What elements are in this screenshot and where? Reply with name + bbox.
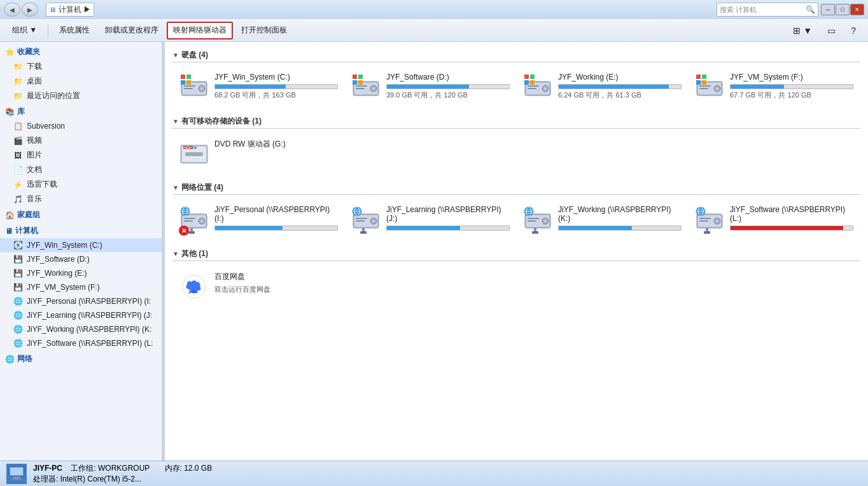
- svg-rect-28: [524, 80, 529, 85]
- search-icon: 🔍: [806, 5, 815, 14]
- svg-rect-63: [356, 220, 365, 222]
- breadcrumb-text: 计算机 ▶: [59, 4, 91, 15]
- removable-item[interactable]: DVD RW DVD RW 驱动器 (G:): [172, 134, 344, 175]
- star-icon: ⭐: [5, 48, 15, 57]
- net-drive-info: JiYF_Personal (\\RASPBERRYPI) (I:): [214, 205, 338, 232]
- net-drive-name: JiYF_Personal (\\RASPBERRYPI) (I:): [214, 205, 338, 223]
- close-button[interactable]: ✕: [850, 4, 864, 15]
- sidebar-item-c-drive[interactable]: 💽 JYF_Win_System (C:): [0, 238, 162, 252]
- open-control-button[interactable]: 打开控制面板: [234, 22, 294, 39]
- drive-bar-fill: [559, 85, 669, 89]
- sidebar-item-xunlei[interactable]: ⚡ 迅雷下载: [0, 177, 162, 192]
- network-drives-toggle[interactable]: ▼: [172, 184, 179, 191]
- map-drive-button[interactable]: 映射网络驱动器: [167, 22, 233, 39]
- sidebar-item-desktop[interactable]: 📁 桌面: [0, 74, 162, 89]
- baidu-icon: [179, 271, 209, 302]
- other-toggle[interactable]: ▼: [172, 250, 179, 257]
- sidebar-item-subversion[interactable]: 📋 Subversion: [0, 119, 162, 133]
- sidebar-k-label: JiYF_Working (\\RASPBERRYPI) (K:: [27, 325, 151, 334]
- organize-button[interactable]: 组织 ▼: [5, 22, 44, 39]
- svg-point-98: [190, 290, 198, 294]
- drive-space: 39.0 GB 可用，共 120 GB: [386, 90, 510, 100]
- net-hdd-icon: ✕: [179, 205, 209, 236]
- drive-d-icon: 💾: [13, 254, 23, 264]
- hdd-icon: [694, 73, 725, 103]
- sidebar-computer-header[interactable]: 🖥 计算机: [0, 224, 162, 238]
- sidebar-item-pictures[interactable]: 🖼 图片: [0, 148, 162, 162]
- toolbar-separator-1: [48, 24, 48, 37]
- removable-header: ▼ 有可移动存储的设备 (1): [172, 116, 860, 129]
- svg-rect-37: [702, 75, 706, 79]
- other-item[interactable]: 百度网盘 双击运行百度网盘: [172, 266, 344, 307]
- folder-desktop-icon: 📁: [13, 76, 23, 87]
- other-info: 百度网盘 双击运行百度网盘: [214, 271, 338, 294]
- sidebar-item-j-drive[interactable]: 🌐 JiYF_Learning (\\RASPBERRYPI) (J:: [0, 308, 162, 322]
- drive-item[interactable]: JYF_Software (D:) 39.0 GB 可用，共 120 GB: [344, 68, 516, 108]
- sidebar-favorites-header[interactable]: ⭐ 收藏夹: [0, 45, 162, 59]
- sidebar-c-label: JYF_Win_System (C:): [27, 241, 102, 250]
- drive-space: 67.7 GB 可用，共 120 GB: [730, 90, 853, 100]
- sidebar-item-d-drive[interactable]: 💾 JYF_Software (D:): [0, 252, 162, 266]
- view-toggle-button[interactable]: ⊞ ▼: [786, 22, 819, 39]
- drive-item[interactable]: JYF_Win_System (C:) 68.2 GB 可用，共 163 GB: [172, 68, 344, 108]
- lib-docs-icon: 📄: [13, 165, 23, 175]
- other-desc: 双击运行百度网盘: [214, 285, 338, 294]
- svg-rect-38: [696, 80, 701, 85]
- help-button[interactable]: ?: [844, 22, 863, 39]
- svg-rect-8: [181, 80, 185, 85]
- sidebar-homegroup-label: 家庭组: [17, 210, 40, 220]
- sidebar-homegroup-header[interactable]: 🏠 家庭组: [0, 208, 162, 222]
- sidebar-item-video[interactable]: 🎬 视频: [0, 133, 162, 148]
- preview-pane-button[interactable]: ▭: [820, 22, 843, 39]
- sidebar-item-music[interactable]: 🎵 音乐: [0, 192, 162, 206]
- net-hdd-icon: [522, 205, 553, 236]
- system-props-button[interactable]: 系统属性: [52, 22, 97, 39]
- sidebar-item-k-drive[interactable]: 🌐 JiYF_Working (\\RASPBERRYPI) (K:: [0, 322, 162, 336]
- svg-rect-102: [13, 476, 20, 478]
- search-bar[interactable]: 搜索 计算机 🔍: [717, 3, 818, 17]
- minimize-button[interactable]: ─: [821, 4, 835, 15]
- svg-rect-35: [699, 88, 708, 89]
- sidebar-item-docs[interactable]: 📄 文档: [0, 162, 162, 177]
- sidebar-item-download[interactable]: 📁 下载: [0, 59, 162, 74]
- uninstall-button[interactable]: 卸载或更改程序: [98, 22, 165, 39]
- hard-disks-header: ▼ 硬盘 (4): [172, 50, 860, 62]
- svg-rect-6: [181, 75, 185, 79]
- net-drive-item[interactable]: JiYF_Working (\\RASPBERRYPI) (K:): [516, 200, 688, 241]
- svg-rect-18: [353, 80, 357, 85]
- homegroup-icon: 🏠: [5, 211, 15, 220]
- svg-rect-16: [353, 75, 357, 79]
- removable-toggle[interactable]: ▼: [172, 118, 179, 125]
- sidebar-f-label: JYF_VM_System (F:): [27, 283, 100, 292]
- maximize-button[interactable]: □: [836, 4, 850, 15]
- drive-item[interactable]: JYF_Working (E:) 6.24 GB 可用，共 61.3 GB: [516, 68, 688, 108]
- svg-rect-78: [532, 231, 538, 234]
- sidebar-item-f-drive[interactable]: 💾 JYF_VM_System (F:): [0, 280, 162, 294]
- sidebar-l-label: JiYF_Software (\\RASPBERRYPI) (L:: [27, 339, 153, 348]
- sidebar-download-label: 下载: [27, 61, 42, 72]
- drive-name: JYF_Software (D:): [386, 73, 510, 82]
- sidebar-j-label: JiYF_Learning (\\RASPBERRYPI) (J:: [27, 311, 152, 320]
- net-drive-bar: [558, 225, 682, 231]
- pc-icon: [6, 464, 27, 484]
- sidebar-item-recent[interactable]: 📁 最近访问的位置: [0, 89, 162, 103]
- forward-button[interactable]: ▶: [22, 3, 38, 17]
- title-bar-left: ◀ ▶ 🖥 计算机 ▶: [4, 3, 98, 17]
- hard-disks-toggle[interactable]: ▼: [172, 52, 179, 59]
- sidebar-network-header[interactable]: 🌐 网络: [0, 352, 162, 366]
- net-drive-item[interactable]: ✕ JiYF_Personal (\\RASPBERRYPI) (I:): [172, 200, 344, 241]
- sidebar-item-i-drive[interactable]: 🌐 JiYF_Personal (\\RASPBERRYPI) (I:: [0, 294, 162, 308]
- sidebar-library-header[interactable]: 📚 库: [0, 104, 162, 119]
- net-drive-item[interactable]: JiYF_Software (\\RASPBERRYPI) (L:): [688, 200, 860, 241]
- sidebar-music-label: 音乐: [27, 194, 42, 204]
- net-drive-item[interactable]: JiYF_Learning (\\RASPBERRYPI) (J:): [344, 200, 516, 241]
- drive-bar: [386, 84, 510, 89]
- drive-space: 6.24 GB 可用，共 61.3 GB: [558, 90, 682, 100]
- svg-point-74: [544, 220, 547, 222]
- back-button[interactable]: ◀: [4, 3, 20, 17]
- svg-rect-52: [188, 231, 195, 234]
- drive-item[interactable]: JYF_VM_System (F:) 67.7 GB 可用，共 120 GB: [688, 68, 860, 108]
- sidebar-item-e-drive[interactable]: 💾 JYF_Working (E:): [0, 266, 162, 280]
- breadcrumb[interactable]: 🖥 计算机 ▶: [46, 3, 94, 17]
- sidebar-item-l-drive[interactable]: 🌐 JiYF_Software (\\RASPBERRYPI) (L:: [0, 336, 162, 350]
